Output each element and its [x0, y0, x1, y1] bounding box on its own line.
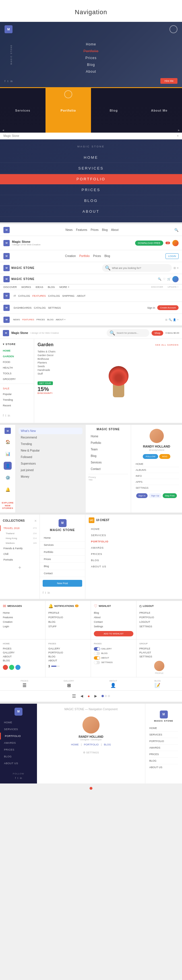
final-link-blog[interactable]: BLOG — [104, 743, 111, 746]
navrow5-discover[interactable]: DISCOVER — [3, 286, 17, 288]
store-in[interactable]: in — [8, 414, 10, 417]
navrow7-create-btn[interactable]: Create Account — [157, 305, 179, 310]
navrow5-icon2[interactable]: ♡ — [163, 277, 166, 280]
navrow6-features[interactable]: FEATURES — [32, 294, 46, 298]
right-nav-blog[interactable]: BLOG — [149, 758, 178, 764]
navrow7-catalog[interactable]: CATALOG — [34, 306, 46, 309]
right-nav-prices[interactable]: PRICES — [149, 751, 178, 758]
ms-menu-blog[interactable]: Blog — [40, 563, 85, 570]
step-item-3[interactable]: BLOG — [48, 655, 88, 659]
right-nav-awards[interactable]: AWARDS — [149, 745, 178, 751]
wishlist-item-about[interactable]: About — [94, 615, 133, 620]
store-cat-5[interactable]: Seeds — [38, 365, 56, 368]
demo3-prices[interactable]: PRICES — [0, 185, 182, 195]
right-nav-services[interactable]: SERVICES — [149, 732, 178, 738]
collections-sub-thailand[interactable]: Thailand 234 — [0, 531, 40, 536]
demo2-about[interactable]: About Me — [136, 88, 182, 133]
left-nav-in[interactable]: in — [20, 777, 22, 780]
profile-menu-info[interactable]: INFO — [134, 473, 179, 479]
store-item-home[interactable]: HOME — [0, 348, 34, 353]
demo2-blog[interactable]: Blog — [91, 88, 136, 133]
msg-item-login[interactable]: Login — [3, 624, 42, 629]
collections-item-family[interactable]: Friends & Family — [0, 546, 40, 551]
final-link-home[interactable]: HOME — [71, 743, 79, 746]
navrow5-blog[interactable]: BLOG — [48, 286, 55, 288]
demo1-menu-btn[interactable] — [169, 25, 177, 33]
toggle-2[interactable] — [94, 652, 100, 655]
navrow1-features[interactable]: Features — [76, 228, 87, 231]
logout-item-portfolio[interactable]: PORTFOLIO — [139, 615, 179, 620]
store-item-recent[interactable]: Recent — [0, 402, 34, 408]
left-nav-awards[interactable]: AWARDS — [0, 740, 37, 746]
navrow2-download-btn[interactable]: DOWNLOAD FREE — [135, 240, 163, 246]
wishlist-add-btn[interactable]: ADD TO WISHLIST — [94, 631, 133, 636]
store-item-grocery[interactable]: GROCERY — [0, 376, 34, 382]
left-nav-fb[interactable]: f — [15, 777, 16, 780]
store-item-sale[interactable]: SALE — [0, 386, 34, 391]
navrow8-icon4[interactable]: + — [177, 318, 179, 321]
navrow4-icon1[interactable]: ⊞ — [174, 266, 176, 269]
profile-msg-btn[interactable]: MSG — [159, 454, 170, 459]
uc-about[interactable]: ABOUT US — [89, 563, 179, 570]
uc-home[interactable]: HOME — [89, 526, 179, 532]
app-nav-recommend[interactable]: Recommend — [19, 434, 83, 441]
group-item-1[interactable]: PROFILE — [139, 647, 179, 651]
profile-menu-home[interactable]: HOME — [134, 461, 179, 467]
ecom-search[interactable]: 🔍 — [107, 329, 149, 337]
left-nav-home[interactable]: HOME — [0, 719, 37, 726]
ms-menu-prices[interactable]: Prices — [40, 556, 85, 563]
uc-prices[interactable]: PRICES — [89, 551, 179, 557]
notif-item-stuff[interactable]: STUFF — [48, 624, 88, 629]
profile-free-btn[interactable]: Stay Free — [163, 493, 177, 498]
store-cat-2[interactable]: Garden Decor — [38, 354, 56, 357]
toggle-1[interactable] — [94, 647, 100, 651]
store-cat-4[interactable]: Planters — [38, 361, 56, 364]
demo3-about[interactable]: ABOUT — [0, 207, 182, 217]
navrow3-prices[interactable]: Prices — [93, 255, 101, 258]
store-cat-6[interactable]: Handmade — [38, 369, 56, 371]
pages-item-3[interactable]: ABOUT — [3, 655, 42, 659]
store-cat-1[interactable]: Tables & Chairs — [38, 350, 56, 353]
pages-item-2[interactable]: GALLERY — [3, 651, 42, 655]
app-icon-settings[interactable]: ⚙️ — [4, 474, 12, 482]
right-nav-portfolio[interactable]: PORTFOLIO — [149, 738, 178, 745]
left-nav-services[interactable]: SERVICES — [0, 726, 37, 733]
navrow6-catalog2[interactable]: CATALOG — [48, 294, 60, 298]
store-cat-7[interactable]: Stuff — [38, 372, 56, 375]
app-nav-joined[interactable]: just joined — [19, 467, 83, 473]
ms-new-post-btn[interactable]: New Post — [43, 580, 82, 587]
toggle-4[interactable] — [94, 661, 100, 664]
navrow1-search-icon[interactable]: 🔍 — [174, 228, 179, 232]
ms-nav-team[interactable]: Team — [88, 446, 128, 453]
logout-item-profile[interactable]: PROFILE — [139, 611, 179, 615]
navrow8-about[interactable]: ABOUT + — [56, 318, 65, 321]
navrow8-prices[interactable]: PRICES — [37, 318, 45, 321]
notif-item-portfolio[interactable]: PORTFOLIO — [48, 615, 88, 620]
store-fb[interactable]: f — [3, 414, 4, 417]
navrow5-works[interactable]: WORKS — [21, 286, 31, 288]
step-item-4[interactable]: ABOUT — [48, 659, 88, 662]
navrow7-dashboards[interactable]: DASHBOARDS — [14, 306, 32, 309]
left-nav-portfolio[interactable]: PORTFOLIO — [0, 733, 37, 740]
ms-nav-blog[interactable]: Blog — [88, 453, 128, 459]
ms-nav-contact[interactable]: Contact — [88, 466, 128, 472]
ctrl-about-icon[interactable]: 👤 — [110, 682, 116, 688]
demo2-next[interactable]: ▶ — [178, 129, 180, 132]
step-item-1[interactable]: GALLERY — [48, 647, 88, 651]
group-item-3[interactable]: SETTINGS — [139, 655, 179, 659]
store-item-tools[interactable]: TOOLS — [0, 371, 34, 376]
app-nav-followed[interactable]: Followed — [19, 454, 83, 460]
collections-sub-maldives[interactable]: Maldives 189 — [0, 541, 40, 546]
wishlist-item-settings[interactable]: Settings — [94, 624, 133, 629]
profile-login-btn[interactable]: Sign Up — [149, 493, 161, 498]
navrow4-search-input[interactable] — [112, 267, 169, 269]
navrow6-it[interactable]: IT — [14, 294, 16, 298]
collections-item-portraits[interactable]: Portraits — [0, 557, 40, 563]
msg-item-home[interactable]: Home — [3, 611, 42, 615]
right-nav-about[interactable]: ABOUT US — [149, 764, 178, 770]
profile-menu-settings[interactable]: SETTINGS — [134, 485, 179, 491]
store-item-health[interactable]: HEALTH — [0, 365, 34, 371]
demo1-nav-portfolio[interactable]: Portfolio — [83, 49, 98, 53]
ms-menu-services[interactable]: Services — [40, 541, 85, 549]
logout-item-settings[interactable]: SETTINGS — [139, 624, 179, 629]
